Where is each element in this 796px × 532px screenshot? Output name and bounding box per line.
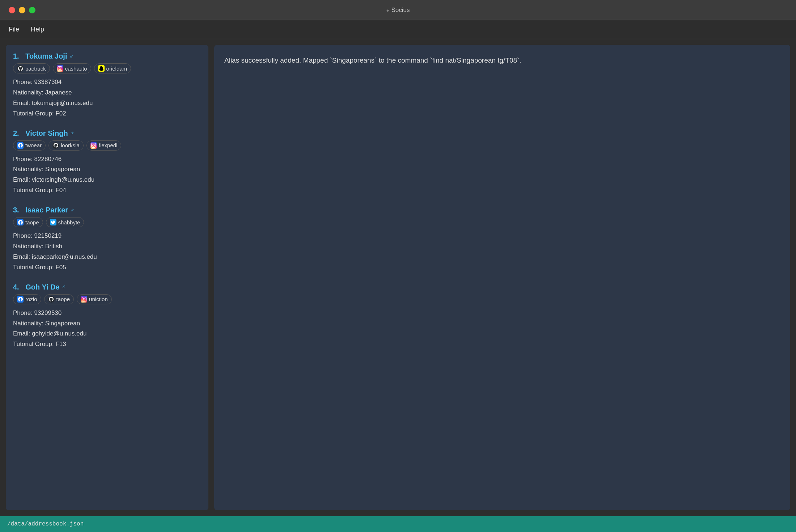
github-icon [17,65,24,72]
menu-file[interactable]: File [9,26,19,33]
social-badges-1: pactruck cashauto orieldam [13,63,201,73]
badge-instagram-flexpedl[interactable]: flexpedl [86,140,122,151]
instagram-icon [81,296,87,303]
gender-icon-2: ♂ [70,130,75,136]
badge-github-loorksla[interactable]: loorksla [48,140,84,151]
badge-label: taope [25,219,39,225]
badge-facebook-twoear[interactable]: twoear [13,140,46,151]
badge-facebook-rozio[interactable]: rozio [13,294,41,304]
output-message: Alias successfully added. Mapped `Singap… [224,55,780,66]
badge-label: flexpedl [99,142,118,148]
badge-snapchat-orieldam[interactable]: orieldam [94,63,131,73]
main-content: 1. Tokuma Joji ♂ pactruck cashauto [0,39,796,516]
social-badges-4: rozio taope uniction [13,294,201,304]
snapchat-icon [98,65,105,72]
badge-label: cashauto [65,66,87,72]
badge-label: pactruck [25,66,46,72]
contact-name-text-2: Victor Singh [25,129,68,138]
minimize-button[interactable] [19,7,25,13]
maximize-button[interactable] [29,7,35,13]
badge-instagram-cashauto[interactable]: cashauto [53,63,91,73]
social-badges-2: twoear loorksla flexpedl [13,140,201,151]
contact-name-text-4: Goh Yi De [25,283,59,291]
unsaved-dot: ● [386,8,389,13]
twitter-icon [50,219,56,225]
contact-index-2: 2. [13,129,19,138]
app-title: ●Socius [386,7,410,14]
github-icon [52,142,59,149]
gender-icon-1: ♂ [69,53,73,60]
output-panel: Alias successfully added. Mapped `Singap… [214,45,790,510]
contact-name-1: 1. Tokuma Joji ♂ [13,52,201,60]
contact-detail-2: Phone: 82280746 Nationality: Singaporean… [13,154,201,196]
menu-help[interactable]: Help [31,26,44,33]
contact-detail-3: Phone: 92150219 Nationality: British Ema… [13,231,201,273]
badge-instagram-uniction[interactable]: uniction [77,294,112,304]
statusbar-path: /data/addressbook.json [7,521,84,527]
contact-index-3: 3. [13,206,19,214]
social-badges-3: taope shabbyte [13,217,201,227]
statusbar: /data/addressbook.json [0,516,796,532]
instagram-icon [90,142,97,149]
badge-github-taope[interactable]: taope [44,294,74,304]
contact-name-text-1: Tokuma Joji [25,52,67,60]
contact-name-2: 2. Victor Singh ♂ [13,129,201,138]
contact-card-2: 2. Victor Singh ♂ twoear loorksla [13,129,201,196]
close-button[interactable] [9,7,15,13]
gender-icon-3: ♂ [70,207,75,214]
contact-detail-4: Phone: 93209530 Nationality: Singaporean… [13,308,201,350]
contact-card-1: 1. Tokuma Joji ♂ pactruck cashauto [13,52,201,119]
badge-label: uniction [89,296,108,302]
gender-icon-4: ♂ [62,284,66,290]
facebook-icon [17,219,24,225]
badge-label: loorksla [61,142,80,148]
badge-label: shabbyte [58,219,80,225]
facebook-icon [17,296,24,303]
facebook-icon [17,142,24,149]
contact-name-3: 3. Isaac Parker ♂ [13,206,201,214]
badge-github-pactruck[interactable]: pactruck [13,63,50,73]
instagram-icon [57,65,63,72]
contact-index-4: 4. [13,283,19,291]
contact-name-text-3: Isaac Parker [25,206,68,214]
github-icon [48,296,55,303]
badge-twitter-shabbyte[interactable]: shabbyte [46,217,84,227]
contact-card-4: 4. Goh Yi De ♂ rozio taope [13,283,201,350]
badge-label: rozio [25,296,37,302]
menubar: File Help [0,20,796,39]
badge-label: orieldam [106,66,127,72]
contact-name-4: 4. Goh Yi De ♂ [13,283,201,291]
contact-list-panel[interactable]: 1. Tokuma Joji ♂ pactruck cashauto [6,45,208,510]
titlebar: ●Socius [0,0,796,20]
contact-index-1: 1. [13,52,19,60]
contact-card-3: 3. Isaac Parker ♂ taope shabbyte [13,206,201,273]
badge-label: twoear [25,142,42,148]
contact-detail-1: Phone: 93387304 Nationality: Japanese Em… [13,77,201,119]
badge-label: taope [56,296,70,302]
badge-facebook-taope[interactable]: taope [13,217,43,227]
titlebar-buttons [9,7,35,13]
